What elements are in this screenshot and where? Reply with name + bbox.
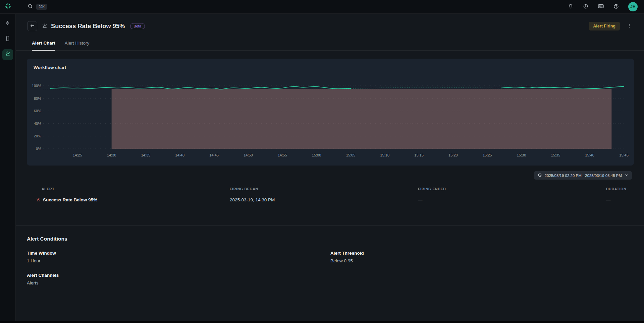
alerts-table: ALERT FIRING BEGAN FIRING ENDED DURATION… xyxy=(36,187,634,204)
alerts-table-header: ALERT FIRING BEGAN FIRING ENDED DURATION xyxy=(36,187,634,195)
svg-text:14:40: 14:40 xyxy=(175,153,185,157)
chevron-down-icon xyxy=(625,173,628,178)
column-header-duration: DURATION xyxy=(606,187,634,191)
svg-text:100%: 100% xyxy=(32,84,41,88)
condition-value: 1 Hour xyxy=(27,258,330,263)
svg-text:15:30: 15:30 xyxy=(517,153,526,157)
svg-text:60%: 60% xyxy=(34,109,41,113)
more-options-button[interactable] xyxy=(625,21,634,31)
svg-text:15:20: 15:20 xyxy=(448,153,458,157)
help-button[interactable] xyxy=(613,3,619,10)
keyboard-icon xyxy=(598,3,604,10)
mobile-icon xyxy=(5,36,11,43)
sidebar-item-alerts[interactable] xyxy=(2,49,13,60)
svg-text:15:05: 15:05 xyxy=(346,153,356,157)
alert-name-cell: Success Rate Below 95% xyxy=(36,197,230,202)
tab-alert-chart[interactable]: Alert Chart xyxy=(32,41,55,51)
page-header: Success Rate Below 95% Beta Alert Firing xyxy=(16,14,644,31)
search-shortcut-badge: ⌘K xyxy=(36,4,47,10)
svg-text:40%: 40% xyxy=(34,122,41,126)
svg-text:14:50: 14:50 xyxy=(244,153,253,157)
search-icon xyxy=(27,3,33,10)
svg-text:15:15: 15:15 xyxy=(414,153,424,157)
alert-siren-icon xyxy=(42,23,48,29)
range-row: 2025/03/19 02:20 PM - 2025/03/19 03:45 P… xyxy=(16,171,632,180)
main-content: Success Rate Below 95% Beta Alert Firing… xyxy=(16,14,644,323)
svg-text:15:10: 15:10 xyxy=(380,153,389,157)
alarm-red-icon xyxy=(36,198,41,202)
workflow-chart-card: Workflow chart 0%20%40%60%80%100%14:2514… xyxy=(27,59,634,166)
shortcuts-button[interactable] xyxy=(598,3,604,10)
conditions-grid: Time Window 1 Hour Alert Threshold Below… xyxy=(27,251,634,285)
condition-label: Alert Threshold xyxy=(330,251,634,256)
bell-icon xyxy=(568,3,574,10)
workflow-chart: 0%20%40%60%80%100%14:2514:3014:3514:4014… xyxy=(27,59,634,166)
svg-text:14:35: 14:35 xyxy=(141,153,151,157)
app-layout: Success Rate Below 95% Beta Alert Firing… xyxy=(0,14,644,323)
svg-text:14:45: 14:45 xyxy=(209,153,219,157)
history-button[interactable] xyxy=(583,3,589,10)
alert-conditions-section: Alert Conditions Time Window 1 Hour Aler… xyxy=(16,226,644,285)
condition-label: Time Window xyxy=(27,251,330,256)
duration-cell: — xyxy=(606,197,634,202)
bottom-edge-strip xyxy=(0,321,644,323)
condition-value: Alerts xyxy=(27,280,330,285)
svg-text:14:55: 14:55 xyxy=(278,153,287,157)
svg-text:14:30: 14:30 xyxy=(107,153,116,157)
column-header-firing-began: FIRING BEGAN xyxy=(230,187,418,191)
clock-icon xyxy=(583,3,589,10)
condition-value: Below 0.95 xyxy=(330,258,634,263)
alert-name: Success Rate Below 95% xyxy=(43,197,97,202)
condition-alert-channels: Alert Channels Alerts xyxy=(27,273,330,285)
firing-ended-cell: — xyxy=(418,197,606,202)
svg-text:0%: 0% xyxy=(36,147,41,151)
alert-siren-icon xyxy=(5,51,11,58)
kebab-menu-icon xyxy=(627,23,632,29)
page-title: Success Rate Below 95% xyxy=(51,23,125,30)
svg-text:15:45: 15:45 xyxy=(619,153,629,157)
sidebar xyxy=(0,14,16,323)
tab-bar: Alert Chart Alert History xyxy=(16,41,644,51)
condition-time-window: Time Window 1 Hour xyxy=(27,251,330,263)
sidebar-item-functions[interactable] xyxy=(2,18,13,29)
svg-text:15:35: 15:35 xyxy=(551,153,560,157)
back-button[interactable] xyxy=(27,21,37,31)
date-range-label: 2025/03/19 02:20 PM - 2025/03/19 03:45 P… xyxy=(545,174,622,178)
column-header-alert: ALERT xyxy=(36,187,230,191)
lightning-icon xyxy=(5,20,11,27)
topbar: ⌘K xyxy=(0,0,644,14)
app-logo[interactable] xyxy=(0,3,16,11)
topbar-actions: JH xyxy=(568,2,644,11)
alert-firing-badge: Alert Firing xyxy=(589,22,620,30)
table-row[interactable]: Success Rate Below 95% 2025-03-19, 14:30… xyxy=(36,195,634,204)
tab-alert-history[interactable]: Alert History xyxy=(65,41,90,50)
sidebar-item-apps[interactable] xyxy=(2,34,13,45)
clock-icon xyxy=(538,173,542,178)
svg-text:14:25: 14:25 xyxy=(73,153,82,157)
svg-text:20%: 20% xyxy=(34,134,41,138)
svg-text:80%: 80% xyxy=(34,96,41,101)
svg-text:15:00: 15:00 xyxy=(312,153,321,157)
arrow-left-icon xyxy=(30,23,35,29)
help-icon xyxy=(613,3,619,10)
firing-began-cell: 2025-03-19, 14:30 PM xyxy=(230,197,418,202)
svg-text:15:25: 15:25 xyxy=(483,153,492,157)
notifications-button[interactable] xyxy=(568,3,574,10)
svg-text:15:40: 15:40 xyxy=(585,153,594,157)
condition-label: Alert Channels xyxy=(27,273,330,278)
alert-conditions-heading: Alert Conditions xyxy=(27,236,634,242)
user-avatar[interactable]: JH xyxy=(628,2,638,11)
column-header-firing-ended: FIRING ENDED xyxy=(418,187,606,191)
condition-alert-threshold: Alert Threshold Below 0.95 xyxy=(330,251,634,263)
chart-title: Workflow chart xyxy=(34,65,66,70)
global-search[interactable]: ⌘K xyxy=(27,3,47,10)
logo-burst-icon xyxy=(4,3,11,11)
date-range-picker[interactable]: 2025/03/19 02:20 PM - 2025/03/19 03:45 P… xyxy=(534,171,632,180)
beta-badge: Beta xyxy=(130,23,145,29)
